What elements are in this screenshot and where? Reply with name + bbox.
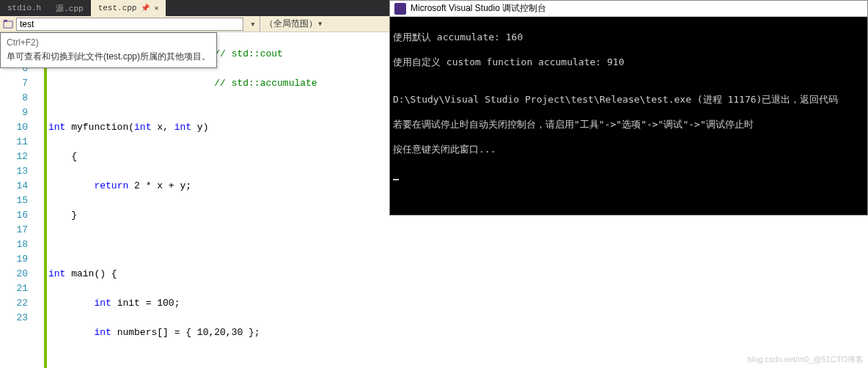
tooltip-text: 单可查看和切换到此文件(test.cpp)所属的其他项目。 (7, 51, 210, 63)
vs-icon (394, 3, 406, 15)
tooltip-shortcut: Ctrl+F2) (7, 37, 210, 48)
navigation-tooltip: Ctrl+F2) 单可查看和切换到此文件(test.cpp)所属的其他项目。 (0, 32, 217, 68)
console-line: 按任意键关闭此窗口... (393, 143, 864, 155)
console-title-text: Microsoft Visual Studio 调试控制台 (411, 2, 546, 15)
pin-icon[interactable]: 📌 (141, 4, 150, 12)
line-gutter: 456 789 101112 131415 161718 192021 2223 (0, 32, 32, 368)
dropdown-icon[interactable]: ▾ (246, 18, 260, 30)
console-output[interactable]: 使用默认 accumulate: 160 使用自定义 custom functi… (390, 17, 867, 194)
console-line: 使用默认 accumulate: 160 (393, 31, 864, 43)
navigation-input[interactable] (16, 18, 243, 31)
watermark: blog.csdn.net/m0_@51CTO博客 (748, 354, 864, 365)
code-line: int init = 100; (48, 296, 868, 311)
close-icon[interactable]: ✕ (154, 4, 158, 12)
debug-console: Microsoft Visual Studio 调试控制台 使用默认 accum… (389, 0, 868, 216)
console-line: D:\Study\Visual Studio Project\test\Rele… (393, 93, 864, 106)
svg-rect-1 (4, 20, 7, 22)
fold-gutter[interactable]: ⊟ ⊟ (32, 32, 44, 368)
svg-rect-0 (4, 21, 12, 28)
code-line: int main() { (48, 267, 868, 281)
console-cursor (393, 179, 399, 180)
project-icon[interactable] (2, 18, 14, 30)
console-line: 使用自定义 custom function accumulate: 910 (393, 56, 864, 68)
tab-stdio[interactable]: stdio.h (0, 0, 48, 16)
tab-test[interactable]: test.cpp 📌 ✕ (91, 0, 166, 16)
console-titlebar[interactable]: Microsoft Visual Studio 调试控制台 (390, 1, 867, 17)
code-line: int numbers[] = { 10,20,30 }; (48, 325, 868, 340)
console-line: 若要在调试停止时自动关闭控制台，请启用"工具"->"选项"->"调试"->"调试… (393, 118, 864, 130)
scope-selector[interactable]: （全局范围） ▾ (260, 16, 327, 32)
chevron-down-icon: ▾ (317, 18, 323, 29)
tab-source[interactable]: 源.cpp (48, 0, 90, 16)
